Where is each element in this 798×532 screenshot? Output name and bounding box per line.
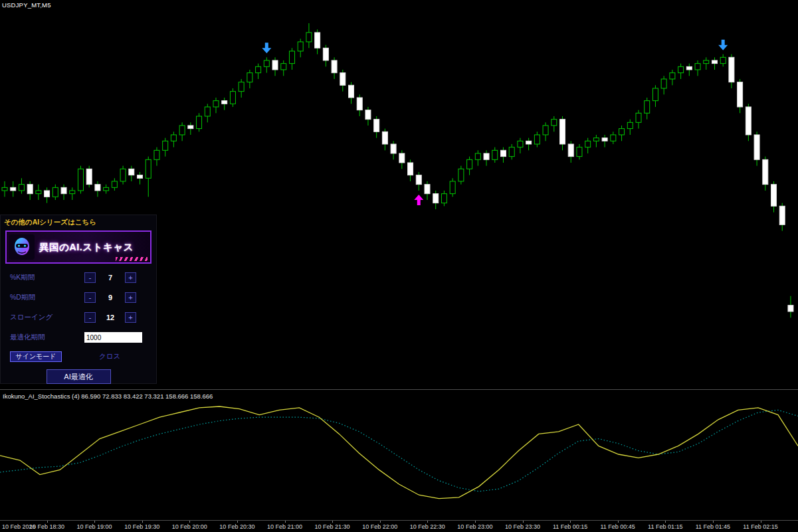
d-period-value: 9 (96, 294, 125, 302)
axis-tick (189, 521, 190, 523)
symbol-period-label: USDJPY_MT,M5 (2, 1, 51, 9)
time-label: 10 Feb 20:30 (219, 523, 254, 530)
indicator-values-label: Ikokuno_AI_Stochastics (4) 86.590 72.833… (3, 393, 213, 400)
axis-tick (380, 521, 381, 523)
sign-mode-button[interactable]: サインモード (10, 351, 62, 362)
param-row-d: %D期間 - 9 + (1, 288, 156, 308)
axis-tick (475, 521, 476, 523)
optimize-period-input[interactable] (84, 332, 142, 343)
k-minus-button[interactable]: - (84, 272, 96, 283)
axis-tick (665, 521, 666, 523)
slowing-minus-button[interactable]: - (84, 312, 96, 323)
slowing-value: 12 (96, 313, 125, 321)
time-label: 10 Feb 22:00 (362, 523, 397, 530)
axis-tick (142, 521, 143, 523)
axis-tick (427, 521, 428, 523)
axis-tick (237, 521, 238, 523)
mode-row: サインモード クロス (1, 351, 156, 362)
param-row-k: %K期間 - 7 + (1, 268, 156, 288)
param-row-slowing: スローイング - 12 + (1, 308, 156, 327)
banner-title: 異国のAI.ストキャス (39, 241, 134, 254)
time-label: 10 Feb 20:00 (172, 523, 207, 530)
stochastic-subwindow[interactable]: Ikokuno_AI_Stochastics (4) 86.590 72.833… (0, 389, 798, 520)
param-row-optimize-period: 最適化期間 (1, 327, 156, 347)
time-label: 11 Feb 00:15 (553, 523, 587, 530)
axis-tick (761, 521, 761, 523)
k-period-label: %K期間 (10, 273, 84, 282)
axis-tick (94, 521, 95, 523)
stochastic-chart-svg[interactable] (0, 390, 798, 521)
banner-stripes-decoration (116, 257, 148, 261)
axis-tick (332, 521, 333, 523)
time-label: 10 Feb 22:30 (410, 523, 445, 530)
robot-icon (9, 234, 35, 260)
time-label: 11 Feb 01:45 (696, 523, 730, 530)
time-label: 10 Feb 19:00 (77, 523, 112, 530)
ai-banner[interactable]: 異国のAI.ストキャス (5, 230, 151, 264)
k-plus-button[interactable]: + (125, 272, 136, 283)
d-minus-button[interactable]: - (84, 292, 96, 303)
optimize-period-label: 最適化期間 (10, 333, 84, 342)
ai-indicator-panel: その他のAIシリーズはこちら 異国のAI.ストキャス %K期間 - (0, 215, 157, 384)
time-label: 11 Feb 00:45 (601, 523, 635, 530)
axis-tick (618, 521, 619, 523)
d-period-label: %D期間 (10, 293, 84, 302)
time-axis[interactable]: 10 Feb 202610 Feb 18:3010 Feb 19:0010 Fe… (0, 520, 798, 532)
axis-tick (523, 521, 524, 523)
slowing-label: スローイング (10, 313, 84, 322)
mt-terminal-window: USDJPY_MT,M5 その他のAIシリーズはこちら 異国のAI.ストキャス (0, 0, 798, 532)
time-label: 11 Feb 02:15 (743, 523, 777, 530)
d-plus-button[interactable]: + (125, 292, 136, 303)
time-label: 10 Feb 23:30 (505, 523, 540, 530)
slowing-plus-button[interactable]: + (125, 312, 136, 323)
axis-tick (570, 521, 571, 523)
ai-optimize-button[interactable]: AI最適化 (47, 369, 111, 384)
axis-tick (285, 521, 286, 523)
time-label: 11 Feb 01:15 (648, 523, 682, 530)
axis-tick (47, 521, 48, 523)
time-label: 10 Feb 18:30 (29, 523, 64, 530)
time-label: 10 Feb 21:00 (267, 523, 302, 530)
time-label: 10 Feb 23:00 (457, 523, 492, 530)
cross-mode-option[interactable]: クロス (99, 352, 120, 361)
panel-header-link[interactable]: その他のAIシリーズはこちら (1, 215, 156, 228)
axis-tick (713, 521, 714, 523)
time-label: 10 Feb 21:30 (315, 523, 350, 530)
time-label: 10 Feb 19:30 (124, 523, 159, 530)
k-period-value: 7 (96, 274, 125, 282)
